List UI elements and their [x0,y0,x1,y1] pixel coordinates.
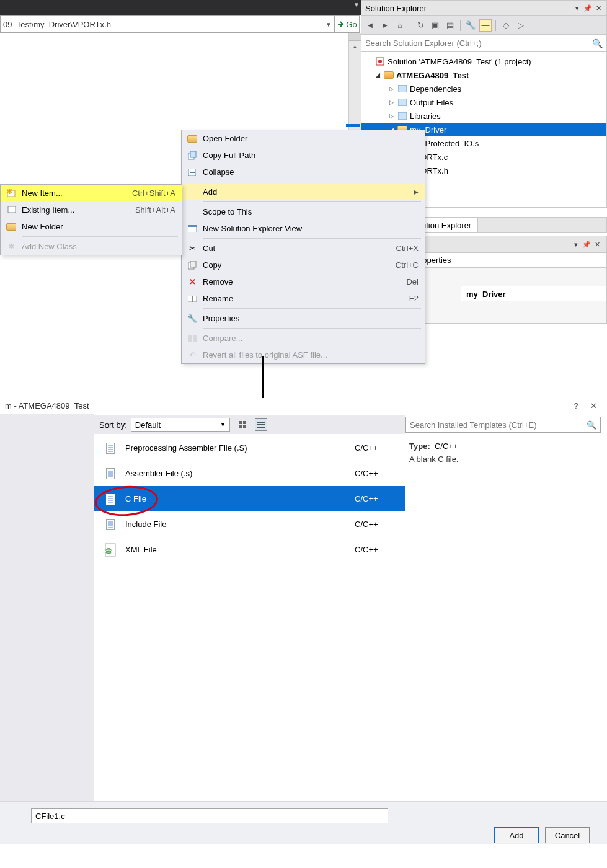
chevron-down-icon: ▼ [220,422,226,428]
close-icon[interactable]: ✕ [593,241,601,249]
menu-open-folder[interactable]: Open Folder [182,130,425,147]
info-type-value: C/C++ [435,441,458,451]
go-button[interactable]: Go [335,16,360,33]
svg-rect-20 [239,421,242,424]
cancel-button[interactable]: Cancel [545,827,590,843]
pin-icon[interactable]: 📌 [583,4,592,12]
info-type-label: Type: [409,441,430,451]
output-files-node[interactable]: ▷ Output Files [361,95,606,109]
dependencies-node[interactable]: ▷ Dependencies [361,82,606,95]
svg-rect-2 [398,85,407,92]
menu-rename[interactable]: Rename F2 [182,290,425,307]
view-code-icon[interactable]: ◇ [500,19,512,32]
svg-text:✱: ✱ [6,189,13,196]
submenu-new-folder[interactable]: New Folder [1,218,182,235]
menu-new-solution-explorer-view[interactable]: New Solution Explorer View [182,220,425,237]
compare-icon [184,334,200,343]
ide-window: ▼ 09_Test\my_Driver\VPORTx.h ▼ Go ▲ Solu… [0,0,607,353]
view-list-icon[interactable] [255,418,267,431]
svg-rect-25 [257,424,265,425]
svg-point-1 [378,60,382,63]
svg-point-28 [105,548,112,554]
menu-add[interactable]: Add ▶ [182,184,425,200]
menu-collapse[interactable]: Collapse [182,164,425,180]
existing-item-icon [3,206,19,214]
template-xml-file[interactable]: XML File C/C++ [94,537,405,562]
template-info: Type: C/C++ A blank C file. [405,435,601,801]
close-button[interactable]: ✕ [585,401,602,410]
add-submenu: ✱ New Item... Ctrl+Shift+A Existing Item… [0,184,182,255]
project-icon [383,70,394,80]
submenu-existing-item[interactable]: Existing Item... Shift+Alt+A [1,202,182,218]
output-icon [397,97,408,107]
project-node[interactable]: ◢ ATMEGA4809_Test [361,68,606,82]
xml-file-icon [102,541,119,559]
copy-path-icon [184,151,200,160]
file-icon [102,515,119,534]
dialog-left-panel [0,414,94,801]
sort-by-dropdown[interactable]: Default ▼ [131,418,230,432]
close-icon[interactable]: ✕ [594,4,603,12]
search-icon[interactable]: 🔍 [592,38,603,48]
panel-dropdown-icon[interactable]: ▾ [572,241,580,249]
template-search[interactable]: Search Installed Templates (Ctrl+E) 🔍 [405,417,601,433]
menu-copy[interactable]: Copy Ctrl+C [182,257,425,273]
back-icon[interactable]: ◄ [364,19,376,32]
panel-dropdown-icon[interactable]: ▾ [573,4,582,12]
properties-icon[interactable]: 🔧 [464,19,477,32]
preview-icon[interactable]: — [479,19,492,32]
svg-rect-8 [190,172,195,173]
submenu-add-new-class: ✱ Add New Class [1,238,182,255]
menu-cut[interactable]: ✂ Cut Ctrl+X [182,240,425,257]
view-grid-icon[interactable] [236,418,249,431]
delete-icon: ✕ [184,277,200,286]
menu-scope-to-this[interactable]: Scope to This [182,203,425,220]
menu-remove[interactable]: ✕ Remove Del [182,273,425,290]
toolbar-dropdown-icon[interactable]: ▼ [353,1,360,8]
view-designer-icon[interactable]: ▷ [515,19,527,32]
svg-rect-26 [257,427,265,428]
path-bar[interactable]: 09_Test\my_Driver\VPORTx.h ▼ [0,16,335,33]
template-preprocessing-assembler[interactable]: Preprocessing Assembler File (.S) C/C++ [94,435,405,461]
refresh-icon[interactable]: ↻ [414,19,427,32]
collapse-all-icon[interactable]: ▣ [429,19,441,32]
solution-explorer-search[interactable]: Search Solution Explorer (Ctrl+;) 🔍 [361,35,607,52]
scroll-up-icon[interactable]: ▲ [349,41,361,52]
solution-root[interactable]: Solution 'ATMEGA4809_Test' (1 project) [361,55,606,68]
svg-rect-15 [188,335,192,342]
svg-rect-6 [190,151,196,157]
menu-copy-full-path[interactable]: Copy Full Path [182,147,425,164]
copy-icon [184,261,200,270]
template-assembler[interactable]: Assembler File (.s) C/C++ [94,461,405,486]
solution-explorer-titlebar: Solution Explorer ▾ 📌 ✕ [361,0,607,16]
svg-rect-22 [239,425,242,428]
folder-icon [184,135,200,143]
add-button[interactable]: Add [494,827,539,843]
solution-explorer-toolbar: ◄ ► ⌂ ↻ ▣ ▤ 🔧 — ◇ ▷ [361,16,607,35]
forward-icon[interactable]: ► [379,19,391,32]
filename-input[interactable]: CFile1.c [31,808,388,823]
template-include-file[interactable]: Include File C/C++ [94,512,405,537]
home-icon[interactable]: ⌂ [394,19,406,32]
template-c-file[interactable]: C File C/C++ [94,486,405,512]
menu-properties[interactable]: 🔧 Properties [182,310,425,327]
pin-icon[interactable]: 📌 [582,241,591,249]
libraries-node[interactable]: ▷ Libraries [361,109,606,123]
class-icon: ✱ [3,242,19,251]
split-handle[interactable] [349,33,361,41]
context-menu: Open Folder Copy Full Path Collapse Add … [181,130,425,364]
help-button[interactable]: ? [567,401,585,410]
go-label: Go [346,20,357,29]
search-icon[interactable]: 🔍 [587,420,596,430]
svg-rect-19 [8,206,16,213]
path-dropdown-icon[interactable]: ▼ [326,21,332,28]
info-description: A blank C file. [409,454,597,464]
solution-explorer-title: Solution Explorer [365,4,427,13]
submenu-new-item[interactable]: ✱ New Item... Ctrl+Shift+A [1,185,182,202]
undo-icon: ↶ [184,350,200,360]
path-text: 09_Test\my_Driver\VPORTx.h [3,20,111,29]
vertical-scrollbar[interactable]: ▲ [348,33,361,133]
show-all-icon[interactable]: ▤ [444,19,456,32]
caret-marker [346,124,360,127]
file-icon [102,464,119,483]
